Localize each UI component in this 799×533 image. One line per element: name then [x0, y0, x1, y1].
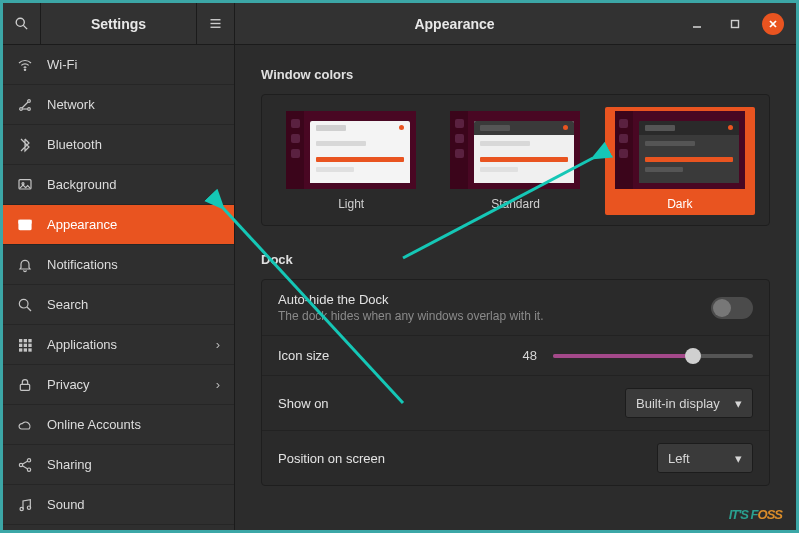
search-button[interactable] [3, 3, 41, 45]
network-icon [17, 97, 33, 113]
svg-point-31 [27, 468, 30, 471]
theme-thumbnail [615, 111, 745, 189]
svg-rect-19 [19, 339, 22, 342]
chevron-right-icon: › [216, 377, 220, 392]
hamburger-button[interactable] [196, 3, 234, 45]
theme-option-light[interactable]: Light [276, 107, 426, 215]
svg-point-12 [28, 107, 31, 110]
window-controls [674, 3, 796, 44]
sidebar-item-network[interactable]: Network [3, 85, 234, 125]
body: Wi-FiNetworkBluetoothBackgroundAppearanc… [3, 45, 796, 530]
theme-thumbnail [286, 111, 416, 189]
chevron-down-icon: ▾ [735, 396, 742, 411]
position-combo[interactable]: Left ▾ [657, 443, 753, 473]
svg-line-33 [22, 465, 27, 468]
sidebar-item-online-accounts[interactable]: Online Accounts [3, 405, 234, 445]
section-dock-title: Dock [261, 252, 770, 267]
autohide-switch[interactable] [711, 297, 753, 319]
showon-label: Show on [278, 396, 329, 411]
autohide-label: Auto-hide the Dock [278, 292, 697, 307]
bluetooth-icon [17, 137, 33, 153]
sidebar-item-label: Appearance [47, 217, 220, 232]
position-value: Left [668, 451, 690, 466]
watermark: IT'S FOSS [729, 507, 782, 522]
svg-point-11 [28, 99, 31, 102]
apps-icon [17, 337, 33, 353]
maximize-button[interactable] [724, 13, 746, 35]
dock-iconsize-row: Icon size 48 [262, 336, 769, 376]
close-button[interactable] [762, 13, 784, 35]
sidebar-item-label: Wi-Fi [47, 57, 220, 72]
svg-point-17 [19, 299, 28, 308]
svg-rect-21 [28, 339, 31, 342]
sidebar-item-sharing[interactable]: Sharing [3, 445, 234, 485]
sidebar-item-bluetooth[interactable]: Bluetooth [3, 125, 234, 165]
theme-label: Dark [667, 197, 692, 211]
sidebar-item-background[interactable]: Background [3, 165, 234, 205]
svg-rect-27 [28, 348, 31, 351]
svg-rect-22 [19, 343, 22, 346]
sidebar-item-label: Background [47, 177, 220, 192]
svg-rect-25 [19, 348, 22, 351]
wifi-icon [17, 57, 33, 73]
titlebar-left: Settings [3, 3, 235, 44]
sidebar-item-label: Notifications [47, 257, 220, 272]
sidebar-item-label: Privacy [47, 377, 202, 392]
search-icon [17, 297, 33, 313]
dock-showon-row: Show on Built-in display ▾ [262, 376, 769, 431]
svg-line-1 [23, 25, 27, 29]
sidebar: Wi-FiNetworkBluetoothBackgroundAppearanc… [3, 45, 235, 530]
showon-value: Built-in display [636, 396, 720, 411]
position-label: Position on screen [278, 451, 385, 466]
sidebar-item-label: Search [47, 297, 220, 312]
sidebar-item-applications[interactable]: Applications› [3, 325, 234, 365]
theme-label: Standard [491, 197, 540, 211]
sidebar-item-label: Bluetooth [47, 137, 220, 152]
theme-option-std[interactable]: Standard [440, 107, 590, 215]
chevron-down-icon: ▾ [735, 451, 742, 466]
svg-line-32 [22, 461, 27, 464]
music-icon [17, 497, 33, 513]
autohide-desc: The dock hides when any windows overlap … [278, 309, 697, 323]
cloud-icon [17, 417, 33, 433]
dock-autohide-row: Auto-hide the Dock The dock hides when a… [262, 280, 769, 336]
share-icon [17, 457, 33, 473]
titlebar: Settings Appearance [3, 3, 796, 45]
sidebar-item-label: Sharing [47, 457, 220, 472]
app-title: Settings [41, 16, 196, 32]
window-colors-group: LightStandardDark [261, 94, 770, 226]
lock-icon [17, 377, 33, 393]
svg-point-9 [24, 69, 25, 70]
sidebar-item-sound[interactable]: Sound [3, 485, 234, 525]
sidebar-item-wi-fi[interactable]: Wi-Fi [3, 45, 234, 85]
svg-rect-6 [732, 20, 739, 27]
sidebar-item-search[interactable]: Search [3, 285, 234, 325]
sidebar-item-appearance[interactable]: Appearance [3, 205, 234, 245]
iconsize-label: Icon size [278, 348, 438, 363]
dock-position-row: Position on screen Left ▾ [262, 431, 769, 485]
svg-rect-16 [19, 220, 31, 223]
svg-point-35 [27, 506, 30, 509]
dock-settings: Auto-hide the Dock The dock hides when a… [261, 279, 770, 486]
sidebar-item-label: Sound [47, 497, 220, 512]
theme-option-dark[interactable]: Dark [605, 107, 755, 215]
svg-rect-23 [24, 343, 27, 346]
sidebar-item-privacy[interactable]: Privacy› [3, 365, 234, 405]
sidebar-item-label: Applications [47, 337, 202, 352]
section-window-colors-title: Window colors [261, 67, 770, 82]
sidebar-item-notifications[interactable]: Notifications [3, 245, 234, 285]
svg-point-29 [27, 458, 30, 461]
main-pane: Window colors LightStandardDark Dock Aut… [235, 45, 796, 530]
theme-thumbnail [450, 111, 580, 189]
settings-window: Settings Appearance Wi-FiNetworkBluetoot… [0, 0, 799, 533]
minimize-button[interactable] [686, 13, 708, 35]
svg-rect-24 [28, 343, 31, 346]
svg-line-18 [27, 307, 31, 311]
chevron-right-icon: › [216, 337, 220, 352]
svg-point-10 [20, 107, 23, 110]
showon-combo[interactable]: Built-in display ▾ [625, 388, 753, 418]
appearance-icon [17, 217, 33, 233]
theme-label: Light [338, 197, 364, 211]
svg-rect-20 [24, 339, 27, 342]
iconsize-slider[interactable] [553, 354, 753, 358]
